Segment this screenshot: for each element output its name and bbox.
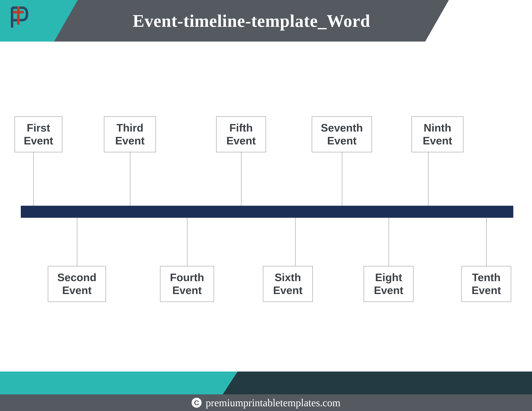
event-label: Fifth Event [226,122,256,147]
footer: C premiumprintabletemplates.com [0,372,532,411]
connector-top [241,152,241,206]
event-box-bottom: Sixth Event [263,266,313,302]
timeline-diagram: First EventThird EventFifth EventSeventh… [10,116,522,303]
connector-bottom [295,218,295,266]
event-label: Ninth Event [423,122,452,147]
footer-grey-bar: C premiumprintabletemplates.com [0,394,532,411]
connector-bottom [389,218,389,266]
event-box-bottom: Second Event [48,266,106,302]
event-box-bottom: Eight Event [364,266,414,302]
copyright-icon: C [192,398,202,408]
page-title: Event-timeline-template_Word [133,11,370,31]
event-label: Second Event [57,271,96,296]
event-label: Sixth Event [273,271,303,296]
event-label: First Event [24,122,53,147]
event-label: Tenth Event [472,271,501,296]
event-box-top: Seventh Event [312,116,372,152]
event-label: Third Event [115,122,145,147]
event-box-bottom: Fourth Event [160,266,214,302]
event-box-top: Fifth Event [216,116,266,152]
logo-icon [8,5,33,30]
event-box-top: First Event [15,116,62,152]
event-label: Eight Event [374,271,403,296]
timeline-bar [21,206,513,218]
connector-top [428,152,428,206]
connector-bottom [187,218,188,266]
connector-top [130,152,130,206]
event-box-bottom: Tenth Event [461,266,511,302]
event-box-top: Third Event [104,116,156,152]
footer-site-text: premiumprintabletemplates.com [206,397,340,409]
event-label: Fourth Event [170,271,204,296]
event-label: Seventh Event [321,122,363,147]
connector-bottom [486,218,487,266]
connector-bottom [77,218,77,266]
event-box-top: Ninth Event [411,116,463,152]
header-grey-bg: Event-timeline-template_Word [54,0,449,42]
connector-top [33,152,34,206]
header: Event-timeline-template_Word [0,0,532,42]
connector-top [342,152,342,206]
